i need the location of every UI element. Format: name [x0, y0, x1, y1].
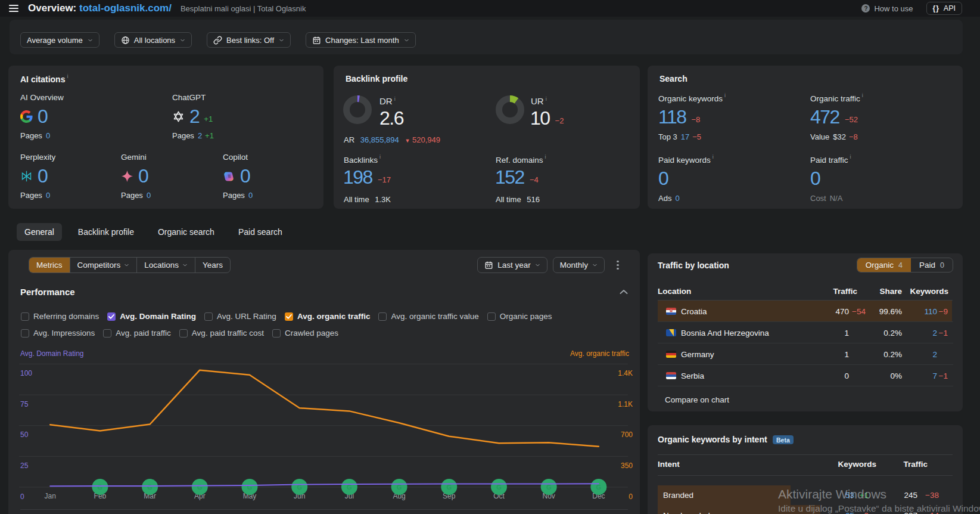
- location-row-de[interactable]: Germany10.2%2: [658, 343, 953, 365]
- keywords-value[interactable]: 110: [924, 306, 937, 315]
- info-icon[interactable]: i: [394, 96, 396, 102]
- checkbox-unchecked-icon: [21, 329, 29, 337]
- keywords-value[interactable]: 2: [932, 328, 937, 337]
- pages-value[interactable]: 0: [46, 191, 50, 200]
- metric-value[interactable]: 118: [658, 106, 686, 128]
- checkbox-avg-impressions[interactable]: Avg. Impressions: [21, 329, 95, 337]
- metric-value[interactable]: 0: [810, 168, 820, 190]
- info-icon[interactable]: i: [379, 154, 381, 160]
- toggle-label: Paid: [919, 261, 935, 270]
- column-header-intent[interactable]: Intent: [658, 460, 680, 469]
- share-value: 99.6%: [879, 306, 902, 315]
- segment-years[interactable]: Years: [195, 258, 230, 273]
- keywords-value[interactable]: 2: [932, 349, 937, 358]
- ai-citations-value[interactable]: 0: [38, 106, 47, 128]
- pages-value[interactable]: 0: [248, 191, 253, 200]
- checkbox-avg-domain-rating[interactable]: Avg. Domain Rating: [107, 312, 196, 321]
- toggle-paid[interactable]: Paid0: [911, 258, 953, 272]
- performance-chart[interactable]: 002535050700751.1K1001.4KJanFebMarAprMay…: [8, 357, 640, 514]
- domain-link[interactable]: total-oglasnik.com/: [79, 2, 172, 14]
- checkbox-avg-paid-traffic-cost[interactable]: Avg. paid traffic cost: [179, 329, 264, 337]
- location-row-ba[interactable]: Bosnia And Herzegovina10.2%2−1: [658, 322, 953, 343]
- chevron-up-icon[interactable]: [620, 289, 628, 295]
- more-options-icon[interactable]: [614, 260, 622, 271]
- column-header-share[interactable]: Share: [879, 287, 902, 296]
- keywords-value[interactable]: 7: [932, 371, 937, 380]
- checkbox-referring-domains[interactable]: Referring domains: [21, 312, 99, 321]
- checkbox-crawled-pages[interactable]: Crawled pages: [272, 329, 338, 337]
- filter-label: All locations: [134, 36, 175, 45]
- column-header-traffic[interactable]: Traffic: [833, 287, 857, 296]
- svg-text:G: G: [596, 484, 602, 491]
- site-meta-title: Besplatni mali oglasi | Total Oglasnik: [181, 4, 306, 13]
- tab-general[interactable]: General: [17, 223, 62, 241]
- backlinks-value[interactable]: 198: [343, 166, 372, 188]
- tab-organic-search[interactable]: Organic search: [150, 223, 222, 241]
- sub-value[interactable]: 17: [681, 132, 689, 141]
- info-icon[interactable]: i: [545, 154, 546, 160]
- checkbox-avg-paid-traffic[interactable]: Avg. paid traffic: [103, 329, 171, 337]
- column-header-location[interactable]: Location: [658, 287, 691, 296]
- checkbox-organic-pages[interactable]: Organic pages: [487, 312, 552, 321]
- share-value: 0%: [890, 371, 902, 380]
- location-name[interactable]: Germany: [681, 349, 714, 358]
- info-icon[interactable]: i: [546, 96, 547, 102]
- filter-changes-last-month[interactable]: Changes: Last month: [306, 32, 416, 48]
- filter-all-locations[interactable]: All locations: [114, 32, 192, 48]
- pages-value[interactable]: 0: [147, 191, 151, 200]
- pages-value[interactable]: 2: [198, 131, 202, 140]
- location-name[interactable]: Serbia: [681, 371, 704, 380]
- segment-locations[interactable]: Locations: [136, 258, 195, 273]
- checkbox-avg-organic-traffic-value[interactable]: Avg. organic traffic value: [378, 312, 478, 321]
- info-icon[interactable]: i: [862, 92, 863, 98]
- ur-gauge: [496, 95, 524, 124]
- column-header-kw[interactable]: Keywords: [838, 460, 876, 469]
- location-name[interactable]: Bosnia And Herzegovina: [681, 328, 769, 337]
- ar-value[interactable]: 36,855,894: [360, 135, 399, 144]
- ai-citations-value[interactable]: 0: [38, 165, 47, 187]
- location-name[interactable]: Croatia: [681, 306, 707, 315]
- checkbox-avg-url-rating[interactable]: Avg. URL Rating: [204, 312, 276, 321]
- intent-keywords[interactable]: 53: [845, 491, 854, 500]
- location-row-rs[interactable]: Serbia00%7−1: [658, 365, 953, 386]
- monthly-button[interactable]: Monthly: [553, 257, 605, 273]
- intent-row-non-branded[interactable]: Non-branded65−9227−14: [658, 505, 953, 514]
- ai-citations-value[interactable]: 0: [240, 165, 250, 187]
- info-icon[interactable]: i: [724, 92, 726, 98]
- compare-on-chart-link[interactable]: Compare on chart: [665, 395, 729, 404]
- menu-icon[interactable]: [9, 5, 18, 12]
- how-to-use-link[interactable]: ? How to use: [861, 4, 913, 13]
- metric-value[interactable]: 472: [810, 106, 839, 128]
- filter-label: Changes: Last month: [325, 36, 399, 45]
- metric-value[interactable]: 0: [658, 168, 668, 190]
- api-button[interactable]: {} API: [926, 2, 963, 15]
- ref-domains-value[interactable]: 152: [495, 166, 524, 188]
- intent-traffic-delta: −38: [925, 491, 939, 500]
- ref-domains-alltime: All time 516: [496, 195, 540, 204]
- last-year-button[interactable]: Last year: [477, 257, 547, 273]
- info-icon[interactable]: i: [713, 154, 714, 160]
- column-header-tr[interactable]: Traffic: [903, 460, 928, 469]
- ai-citations-value[interactable]: 0: [138, 165, 148, 187]
- ai-citations-value[interactable]: 2: [189, 106, 199, 128]
- filter-average-volume[interactable]: Average volume: [20, 32, 99, 48]
- sub-value[interactable]: 0: [675, 194, 679, 203]
- intent-keywords[interactable]: 65: [845, 510, 854, 514]
- intent-row-branded[interactable]: Branded53+1245−38: [658, 485, 953, 506]
- column-header-keywords[interactable]: Keywords: [910, 287, 948, 296]
- tab-backlink-profile[interactable]: Backlink profile: [70, 223, 142, 241]
- segment-metrics[interactable]: Metrics: [29, 258, 70, 273]
- chevron-down-icon: [182, 262, 188, 268]
- info-icon[interactable]: i: [850, 154, 851, 160]
- info-icon[interactable]: i: [67, 73, 68, 79]
- tab-paid-search[interactable]: Paid search: [231, 223, 290, 241]
- location-row-hr[interactable]: Croatia470−5499.6%110−9: [658, 301, 953, 322]
- segment-competitors[interactable]: Competitors: [70, 258, 137, 273]
- checkbox-avg-organic-traffic[interactable]: Avg. organic traffic: [285, 312, 371, 321]
- checkbox-label: Avg. Domain Rating: [120, 312, 196, 321]
- pages-value[interactable]: 0: [46, 131, 50, 140]
- toggle-organic[interactable]: Organic4: [857, 258, 911, 272]
- filter-best-links-off[interactable]: Best links: Off: [207, 32, 291, 48]
- sub-value: $32: [833, 132, 846, 141]
- segment-label: Metrics: [36, 261, 63, 270]
